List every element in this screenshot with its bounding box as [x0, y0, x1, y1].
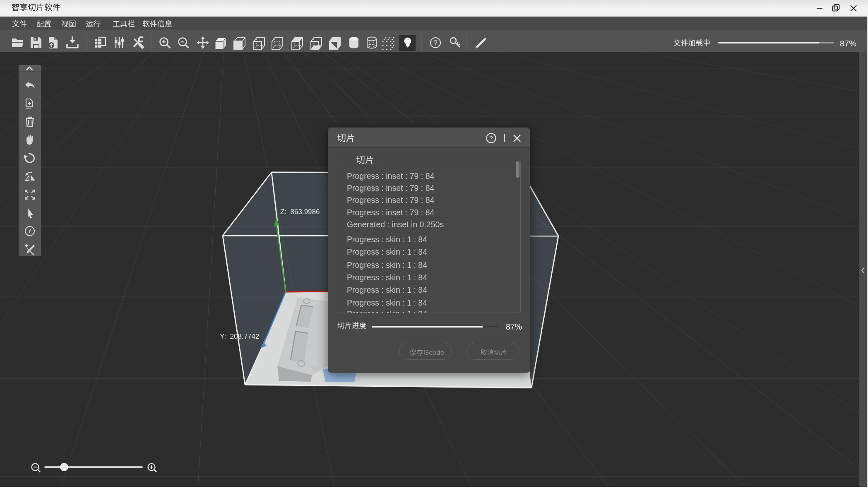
svg-text:?: ? [489, 135, 493, 142]
svg-text:i: i [29, 228, 31, 234]
svg-text:?: ? [434, 39, 438, 46]
